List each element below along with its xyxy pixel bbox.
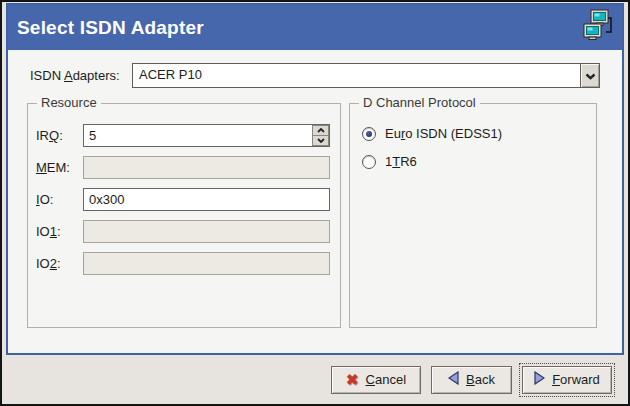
io-label: IO: (36, 192, 81, 207)
spin-down-icon[interactable] (313, 135, 329, 146)
irq-spinbox (83, 124, 330, 147)
dialog-content: ISDN Adapters: ACER P10 Resource IRQ: (8, 50, 622, 353)
io2-input (83, 252, 330, 275)
irq-spinner (312, 125, 329, 146)
resource-group-title: Resource (37, 95, 101, 110)
d-channel-protocol-groupbox: D Channel Protocol Euro ISDN (EDSS1) 1TR… (349, 103, 597, 328)
radio-1tr6[interactable]: 1TR6 (362, 154, 586, 169)
radio-euro-isdn[interactable]: Euro ISDN (EDSS1) (362, 126, 586, 141)
chevron-down-icon (585, 68, 596, 83)
irq-input[interactable] (83, 124, 330, 147)
io2-label: IO2: (36, 256, 81, 271)
forward-button[interactable]: Forward (522, 366, 612, 394)
isdn-adapters-combobox[interactable]: ACER P10 (132, 63, 600, 88)
isdn-adapter-dialog: Select ISDN Adapter (0, 0, 630, 406)
protocol-group-title: D Channel Protocol (359, 95, 480, 110)
mem-label: MEM: (36, 160, 81, 175)
forward-arrow-icon (534, 371, 545, 388)
back-arrow-icon (448, 371, 459, 388)
cancel-button-label: Cancel (366, 372, 406, 387)
forward-button-label: Forward (552, 372, 600, 387)
combobox-dropdown-button[interactable] (580, 64, 599, 87)
adapter-select-row: ISDN Adapters: ACER P10 (30, 63, 600, 88)
network-computers-icon (582, 9, 614, 46)
cancel-x-icon: ✖ (346, 372, 359, 387)
irq-label: IRQ: (36, 128, 81, 143)
io-input[interactable] (83, 188, 330, 211)
io1-input (83, 220, 330, 243)
page-title: Select ISDN Adapter (17, 17, 582, 39)
radio-euro-isdn-label: Euro ISDN (EDSS1) (385, 126, 502, 141)
dialog-button-bar: ✖ Cancel Back Forward (2, 355, 628, 404)
mem-input (83, 156, 330, 179)
io1-label: IO1: (36, 224, 81, 239)
combobox-selected-value: ACER P10 (133, 64, 580, 87)
radio-unselected-icon (362, 155, 376, 169)
back-button-label: Back (466, 372, 495, 387)
cancel-button[interactable]: ✖ Cancel (331, 366, 421, 394)
spin-up-icon[interactable] (313, 125, 329, 135)
radio-selected-icon (362, 127, 376, 141)
adapters-label: ISDN Adapters: (30, 68, 132, 83)
dialog-header: Select ISDN Adapter (8, 5, 622, 50)
radio-1tr6-label: 1TR6 (385, 154, 417, 169)
resource-groupbox: Resource IRQ: MEM: IO: IO1: (27, 103, 341, 328)
dialog-frame: Select ISDN Adapter (6, 3, 624, 355)
back-button[interactable]: Back (431, 366, 512, 394)
